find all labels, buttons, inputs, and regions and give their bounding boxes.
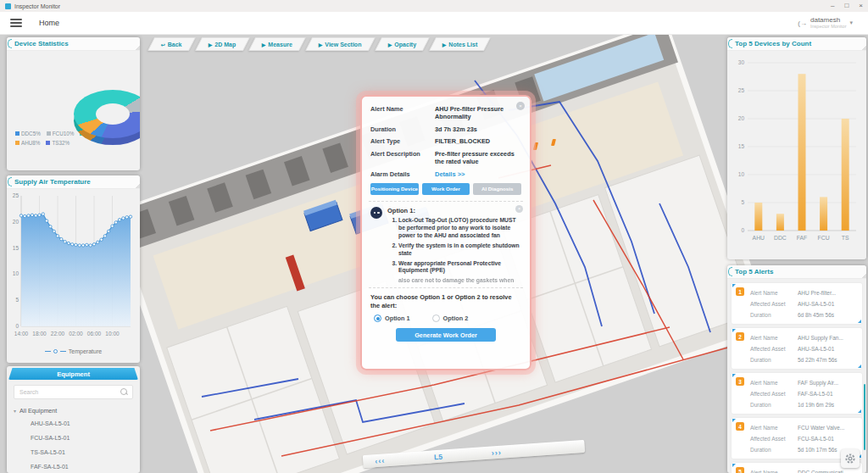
toolbar-button-label: Notes List	[449, 42, 478, 47]
equipment-tree-item[interactable]: FCU-SA-L5-01	[14, 431, 133, 445]
legend-item: AHU8%	[15, 140, 40, 146]
floor-next-icon[interactable]: ›››	[492, 448, 503, 457]
maximize-button[interactable]: □	[844, 0, 849, 12]
user-menu[interactable]: (→ datamesh Inspector Monitor ▾	[798, 17, 853, 30]
field-value: FILTER_BLOCKED	[435, 137, 521, 145]
panel-header: Supply Air Temperature	[7, 175, 140, 189]
affected-asset: AHU-SA-L5-01	[798, 298, 857, 309]
option-title: Option 1:	[387, 207, 521, 214]
toolbar-button-icon: ▶	[262, 42, 266, 47]
search-input[interactable]	[14, 389, 132, 395]
alert-name: DDC Communicati...	[798, 467, 857, 473]
radio-label: Option 1	[385, 314, 410, 322]
legend-item: TS32%	[46, 140, 70, 146]
floor-prev-icon[interactable]: ‹‹‹	[375, 456, 386, 465]
tab-home[interactable]: Home	[39, 19, 59, 27]
equipment-tree-root[interactable]: ▾ All Equipment	[14, 407, 133, 415]
alert-card[interactable]: 1 Alert Name AHU Pre-filter... Affected …	[732, 283, 862, 324]
alert-rank-badge: 3	[736, 377, 744, 386]
alert-card[interactable]: 2 Alert Name AHU Supply Fan... Affected …	[732, 328, 862, 369]
choose-option-text: You can choose Option 1 or Option 2 to r…	[370, 293, 521, 310]
equipment-tree-item[interactable]: TS-SA-L5-01	[14, 445, 133, 459]
search-box[interactable]	[14, 385, 133, 399]
toolbar-button[interactable]: ↩ Back	[147, 37, 196, 51]
equipment-tree-item[interactable]: AHU-SA-L5-01	[14, 416, 133, 431]
option-close-icon[interactable]: ×	[515, 205, 523, 213]
svg-text:14:00: 14:00	[14, 331, 29, 337]
procedure-step: Lock-Out Tag-Out (LOTO) procedure MUST b…	[398, 217, 521, 240]
window-title: Inspector Monitor	[14, 3, 60, 9]
field-label: Alert Name	[370, 105, 435, 121]
field-label: Alert Description	[370, 150, 435, 166]
viewer-toolbar: ↩ Back ▶ 2D Map ▶ Measure ▶ View Section…	[151, 37, 488, 51]
modal-action-button[interactable]: Positioning Device	[370, 183, 419, 195]
details-link[interactable]: Details >>	[435, 170, 465, 178]
settings-button[interactable]	[841, 449, 860, 468]
field-label: Alert Name	[750, 377, 798, 388]
modal-field-row: Duration 3d 7h 32m 23s	[370, 125, 521, 133]
option-radio[interactable]: Option 2	[432, 314, 469, 322]
modal-action-button[interactable]: Work Order	[422, 183, 470, 195]
svg-text:AHU: AHU	[753, 235, 765, 241]
alert-name: FAF Supply Air...	[798, 377, 857, 388]
modal-action-button[interactable]: AI Diagnosis	[473, 183, 521, 195]
legend-label: AHU8%	[21, 140, 40, 146]
toolbar-button[interactable]: ▶ 2D Map	[195, 37, 250, 51]
panel-title: Top 5 Devices by Count	[735, 40, 811, 47]
field-label: Alert Type	[370, 137, 435, 145]
procedure-step: Wear appropriate Personal Protective Equ…	[398, 260, 521, 275]
svg-text:5: 5	[741, 199, 744, 205]
legend-label: TS32%	[52, 140, 70, 146]
toolbar-button-icon: ▶	[388, 42, 392, 47]
chevron-down-icon: ▾	[849, 19, 853, 26]
field-label: Duration	[750, 399, 798, 410]
legend-item: FCU10%	[47, 131, 75, 136]
minimize-button[interactable]: –	[831, 0, 834, 12]
field-label: Duration	[750, 444, 798, 455]
alert-rank-badge: 1	[736, 287, 744, 296]
modal-close-icon[interactable]: ×	[516, 102, 525, 110]
user-role: Inspector Monitor	[810, 24, 847, 29]
alert-name: AHU Pre-filter...	[798, 287, 857, 298]
legend-swatch	[46, 141, 50, 145]
field-label: Affected Asset	[750, 298, 798, 309]
temperature-area-chart: 14:0018:0022:0002:0006:0010:000510152025	[7, 189, 140, 350]
hamburger-menu-icon[interactable]	[10, 17, 22, 29]
toolbar-button-icon: ▶	[442, 42, 447, 47]
toolbar-button[interactable]: ▶ Opacity	[375, 37, 430, 51]
dashed-divider	[369, 201, 523, 202]
panel-header: Device Statistics	[7, 37, 140, 51]
alert-card[interactable]: 3 Alert Name FAF Supply Air... Affected …	[732, 373, 862, 414]
toolbar-button[interactable]: ▶ View Section	[305, 37, 376, 51]
close-button[interactable]: ×	[859, 0, 863, 12]
alert-detail-modal: × Alert Name AHU Pre-filter Pressure Abn…	[360, 95, 531, 370]
radio-button-icon[interactable]	[432, 314, 440, 322]
toolbar-button-icon: ▶	[209, 42, 213, 47]
caret-down-icon: ▾	[14, 408, 16, 414]
affected-asset: AHU-SA-L5-01	[798, 343, 857, 354]
option-radio[interactable]: Option 1	[374, 314, 410, 322]
panel-title: Top 5 Alerts	[735, 268, 773, 275]
field-label: Alert Name	[750, 332, 798, 343]
field-value: Pre-filter pressure exceeds the rated va…	[435, 150, 521, 166]
toolbar-button-label: Back	[168, 42, 182, 47]
toolbar-button[interactable]: ▶ Notes List	[429, 37, 492, 51]
device-statistics-donut-chart	[7, 51, 140, 124]
svg-text:15: 15	[738, 143, 745, 149]
toolbar-button[interactable]: ▶ Measure	[248, 37, 306, 51]
legend-swatch	[15, 131, 19, 136]
legend-marker-icon	[53, 349, 58, 353]
legend-label: FCU10%	[53, 131, 75, 136]
equipment-tree: AHU-SA-L5-01FCU-SA-L5-01TS-SA-L5-01FAF-S…	[14, 416, 133, 473]
device-statistics-panel: Device Statistics DDC5% FCU10% FAF45% AH…	[7, 37, 140, 170]
generate-work-order-button[interactable]: Generate Work Order	[396, 328, 496, 342]
toolbar-button-label: 2D Map	[214, 42, 236, 47]
modal-field-row: Alert Description Pre-filter pressure ex…	[370, 150, 521, 166]
app-header: Home (→ datamesh Inspector Monitor ▾	[0, 12, 868, 35]
equipment-tree-item[interactable]: FAF-SA-L5-01	[14, 459, 133, 473]
scrollbar-thumb[interactable]	[864, 384, 866, 450]
legend-item: DDC5%	[15, 131, 41, 136]
equipment-header: Equipment	[8, 368, 138, 380]
panel-title: Supply Air Temperature	[14, 178, 91, 186]
radio-button-icon[interactable]	[374, 314, 381, 322]
